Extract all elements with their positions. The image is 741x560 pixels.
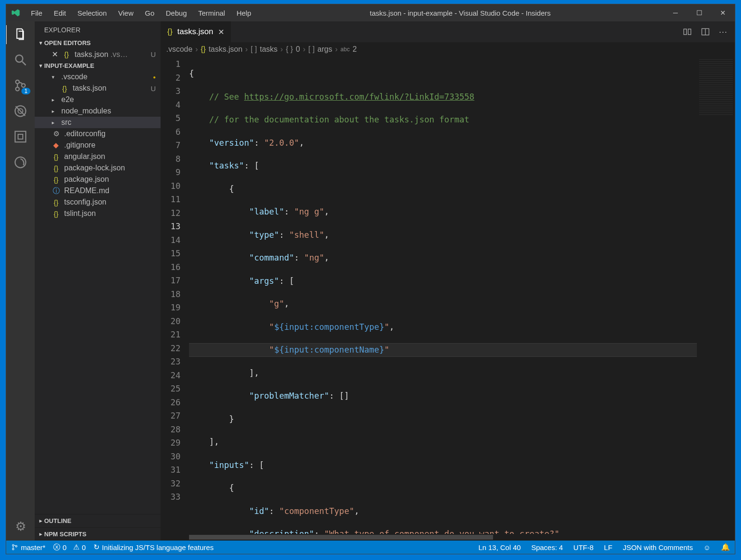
explorer-title: EXPLORER [35,21,161,37]
sidebar-item-packagelock[interactable]: {}package-lock.json [35,162,161,174]
json-file-icon: {} [52,152,60,161]
svg-rect-12 [688,29,691,35]
sidebar-item-gitignore[interactable]: ◆.gitignore [35,140,161,151]
editor: {} tasks.json ✕ ⋯ .vscode› {}tasks.json›… [161,21,735,541]
tab-label: tasks.json [177,27,213,37]
close-editor-icon[interactable]: ✕ [52,50,58,59]
sidebar-item-tasksjson[interactable]: {}tasks.json U [35,83,161,94]
json-file-icon: {} [52,175,60,184]
svg-rect-9 [18,134,23,139]
sidebar-item-src[interactable]: ▸src [35,117,161,128]
svg-point-15 [12,544,14,546]
status-bar: master* ⓧ0 ⚠0 ↻Initializing JS/TS langua… [6,541,735,554]
json-file-icon: {} [62,50,71,59]
minimap[interactable] [697,56,735,534]
file-badge: U [151,84,156,93]
scm-badge: 1 [21,88,30,94]
source-control-icon[interactable]: 1 [13,78,28,93]
sidebar-item-package[interactable]: {}package.json [35,174,161,185]
window-title: tasks.json - input-example - Visual Stud… [257,9,664,17]
activity-bar: 1 ⚙ [6,21,35,541]
json-file-icon: {} [52,209,60,218]
menu-help[interactable]: Help [231,6,257,20]
json-file-icon: {} [167,27,172,37]
status-language[interactable]: JSON with Comments [623,543,693,551]
menu-go[interactable]: Go [139,6,160,20]
svg-rect-8 [15,131,26,142]
more-actions-icon[interactable]: ⋯ [719,27,727,37]
sidebar-item-e2e[interactable]: ▸e2e [35,94,161,105]
sidebar-item-tsconfig[interactable]: {}tsconfig.json [35,196,161,208]
npm-scripts-header[interactable]: ▸NPM SCRIPTS [35,527,161,541]
notifications-bell-icon[interactable]: 🔔 [721,543,730,551]
svg-point-16 [12,548,14,550]
menubar: File Edit Selection View Go Debug Termin… [25,6,257,20]
feedback-smiley-icon[interactable]: ☺ [703,543,711,551]
status-position[interactable]: Ln 13, Col 40 [478,543,521,551]
explorer-icon[interactable] [13,27,28,41]
open-editor-label: tasks.json .vs… [75,50,128,59]
search-icon[interactable] [13,53,28,67]
status-language-init[interactable]: ↻Initializing JS/TS language features [94,543,214,551]
open-editors-header[interactable]: ▾OPEN EDITORS [35,37,161,48]
explorer-sidebar: EXPLORER ▾OPEN EDITORS ✕ {} tasks.json .… [35,21,161,541]
json-file-icon: {} [200,45,206,54]
titlebar: File Edit Selection View Go Debug Termin… [6,4,735,21]
config-file-icon: ⚙ [52,130,60,138]
menu-debug[interactable]: Debug [160,6,192,20]
sidebar-item-node-modules[interactable]: ▸node_modules [35,105,161,117]
svg-line-1 [22,62,26,65]
vscode-window: File Edit Selection View Go Debug Termin… [6,4,735,554]
menu-view[interactable]: View [113,6,139,20]
git-file-icon: ◆ [52,141,60,149]
menu-edit[interactable]: Edit [48,6,72,20]
status-spaces[interactable]: Spaces: 4 [531,543,563,551]
compare-changes-icon[interactable] [683,27,692,37]
outline-header[interactable]: ▸OUTLINE [35,514,161,527]
svg-rect-11 [684,29,687,35]
horizontal-scrollbar[interactable] [161,534,735,541]
svg-point-0 [16,55,23,62]
status-branch[interactable]: master* [11,543,46,551]
sidebar-item-angular[interactable]: {}angular.json [35,151,161,162]
line-gutter: 1234567891011121314151617181920212223242… [161,56,189,534]
tab-tasksjson[interactable]: {} tasks.json ✕ [161,21,231,42]
sidebar-item-tslint[interactable]: {}tslint.json [35,208,161,219]
code-content[interactable]: { // See https://go.microsoft.com/fwlink… [189,56,697,534]
split-editor-icon[interactable] [701,27,710,37]
info-file-icon: ⓘ [52,187,60,195]
open-editor-item[interactable]: ✕ {} tasks.json .vs… U [35,48,161,60]
svg-line-6 [16,106,25,116]
svg-point-3 [16,87,19,91]
json-file-icon: {} [52,198,60,206]
sidebar-item-editorconfig[interactable]: ⚙.editorconfig [35,128,161,140]
window-close-icon[interactable]: ✕ [711,4,735,21]
custom-view-icon[interactable] [13,155,28,169]
project-header[interactable]: ▾INPUT-EXAMPLE [35,60,161,71]
app-logo-icon [6,8,25,18]
status-eol[interactable]: LF [604,543,613,551]
menu-selection[interactable]: Selection [72,6,113,20]
debug-icon[interactable] [13,104,28,118]
dirty-indicator-icon: ● [153,75,156,80]
window-maximize-icon[interactable]: ☐ [687,4,711,21]
menu-file[interactable]: File [25,6,48,20]
code-area[interactable]: 1234567891011121314151617181920212223242… [161,56,735,534]
breadcrumb[interactable]: .vscode› {}tasks.json› [ ]tasks› { }0› [… [161,42,735,56]
status-encoding[interactable]: UTF-8 [573,543,594,551]
tab-close-icon[interactable]: ✕ [218,28,224,37]
sidebar-item-vscode[interactable]: ▾.vscode● [35,71,161,83]
open-editor-badge: U [151,50,156,58]
status-problems[interactable]: ⓧ0 ⚠0 [53,543,86,552]
menu-terminal[interactable]: Terminal [192,6,231,20]
json-file-icon: {} [60,84,69,93]
tab-bar: {} tasks.json ✕ ⋯ [161,21,735,42]
sync-icon: ↻ [94,543,100,551]
json-file-icon: {} [52,164,60,172]
svg-point-2 [16,80,19,84]
settings-gear-icon[interactable]: ⚙ [15,519,26,534]
sidebar-item-readme[interactable]: ⓘREADME.md [35,185,161,196]
extensions-icon[interactable] [13,130,28,144]
window-minimize-icon[interactable]: ─ [664,4,687,21]
